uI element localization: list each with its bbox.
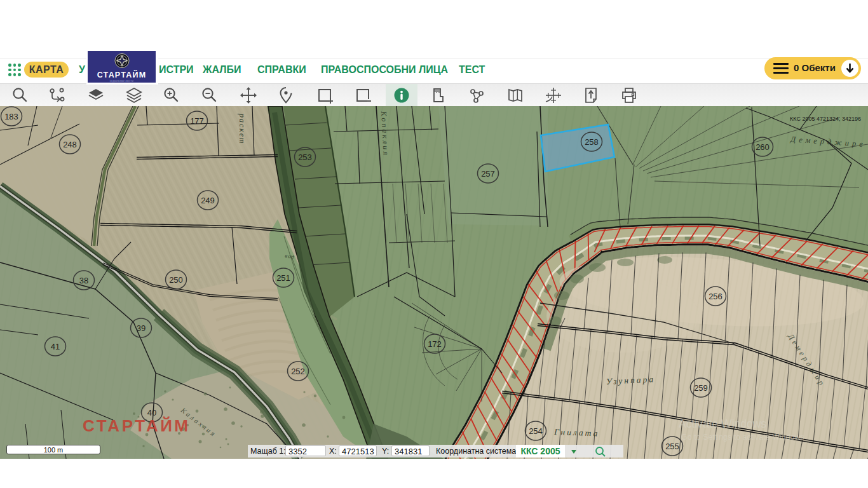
svg-text:Go to Settings to activate Win: Go to Settings to activate Windows <box>681 433 804 442</box>
svg-text:38: 38 <box>79 276 88 285</box>
svg-text:Гнилата: Гнилата <box>553 427 600 438</box>
svg-text:раскет: раскет <box>238 113 247 144</box>
svg-text:172: 172 <box>428 339 442 349</box>
svg-text:259: 259 <box>694 383 708 393</box>
svg-text:255: 255 <box>665 442 679 451</box>
svg-text:256: 256 <box>709 292 722 301</box>
svg-text:257: 257 <box>481 169 495 179</box>
svg-text:ККС 2005 4721324, 342196: ККС 2005 4721324, 342196 <box>790 116 861 122</box>
svg-text:41: 41 <box>51 342 60 351</box>
svg-text:254: 254 <box>529 426 543 436</box>
svg-text:177: 177 <box>190 116 204 126</box>
svg-text:253: 253 <box>298 152 312 162</box>
svg-text:Activate Windows: Activate Windows <box>679 417 766 430</box>
svg-text:249: 249 <box>201 196 215 205</box>
svg-text:39: 39 <box>137 323 146 333</box>
svg-text:251: 251 <box>276 273 290 283</box>
svg-text:183: 183 <box>4 112 18 121</box>
svg-text:252: 252 <box>291 367 305 376</box>
svg-text:258: 258 <box>585 137 599 147</box>
svg-text:260: 260 <box>756 142 770 152</box>
svg-text:248: 248 <box>63 140 77 149</box>
svg-text:СТАРТАЙМ: СТАРТАЙМ <box>83 416 191 435</box>
svg-text:250: 250 <box>169 275 183 285</box>
